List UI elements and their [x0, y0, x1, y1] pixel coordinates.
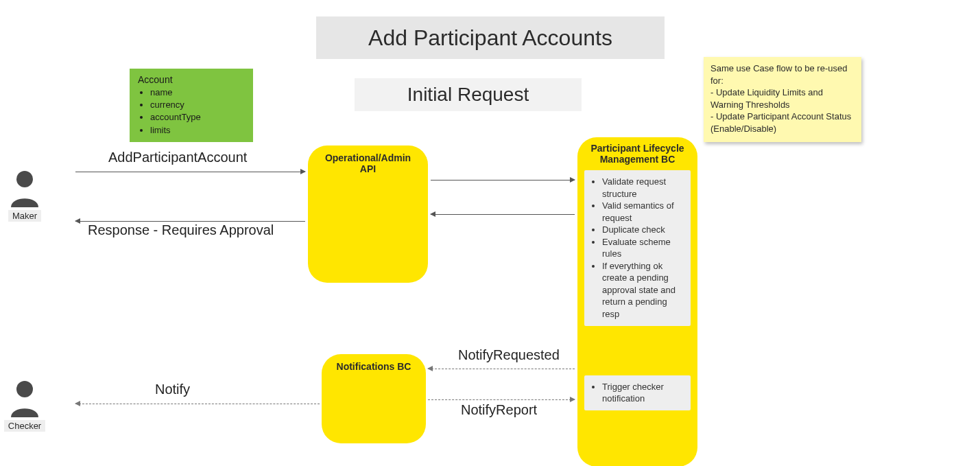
account-field: limits [150, 124, 245, 137]
plm-step: Valid semantics of request [602, 200, 684, 224]
sticky-lead: Same use Case flow to be re-used for: [710, 62, 854, 86]
plm-step: Evaluate scheme rules [602, 236, 684, 260]
component-notifications-bc: Notifications BC [322, 354, 426, 443]
reuse-sticky-note: Same use Case flow to be re-used for: - … [704, 57, 861, 142]
actor-label: Maker [8, 210, 41, 222]
plm-step: If everything ok create a pending approv… [602, 260, 684, 321]
diagram-subtitle: Initial Request [355, 78, 582, 111]
sticky-item: - Update Participant Account Status (Ena… [710, 110, 854, 135]
svg-point-0 [16, 171, 33, 187]
person-icon [8, 380, 41, 417]
person-icon [8, 170, 41, 207]
account-field: accountType [150, 111, 245, 124]
actor-checker: Checker [3, 380, 47, 432]
plm-step: Validate request structure [602, 176, 684, 200]
component-title: Notifications BC [330, 361, 418, 372]
actor-maker: Maker [3, 170, 47, 222]
component-title: Operational/Admin API [316, 152, 420, 174]
component-title: Participant Lifecycle Management BC [586, 143, 689, 165]
arrow-label: AddParticipantAccount [108, 150, 247, 165]
diagram-canvas: Add Participant Accounts Initial Request… [0, 0, 980, 466]
actor-label: Checker [4, 420, 45, 432]
arrow-label: NotifyRequested [458, 347, 560, 363]
plm-trigger-step: Trigger checker notification [584, 375, 691, 410]
component-plm-bc: Participant Lifecycle Management BC Vali… [577, 137, 697, 466]
arrow-label: Notify [155, 382, 190, 397]
account-field: currency [150, 99, 245, 111]
account-field: name [150, 86, 245, 99]
svg-point-1 [16, 381, 33, 397]
plm-validation-steps: Validate request structure Valid semanti… [584, 170, 691, 326]
plm-step: Trigger checker notification [602, 381, 684, 405]
account-field-list: name currency accountType limits [138, 86, 245, 137]
arrow-label: NotifyReport [461, 402, 537, 418]
account-heading: Account [138, 74, 245, 85]
account-fields-note: Account name currency accountType limits [130, 69, 253, 142]
component-operational-api: Operational/Admin API [308, 145, 428, 283]
sticky-item: - Update Liquidity Limits and Warning Th… [710, 86, 854, 110]
arrow-label: Response - Requires Approval [88, 222, 274, 238]
plm-step: Duplicate check [602, 224, 684, 236]
diagram-title: Add Participant Accounts [316, 16, 665, 59]
